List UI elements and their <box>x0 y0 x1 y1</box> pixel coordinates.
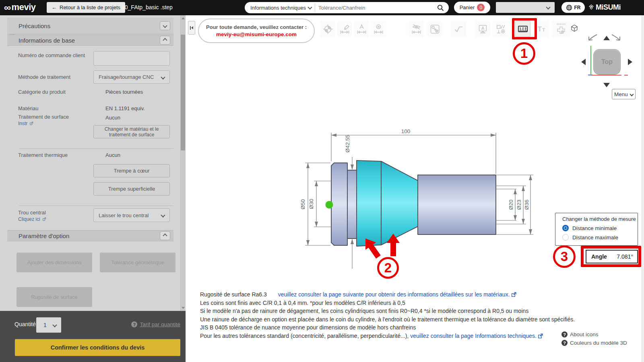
radio-selected-icon[interactable] <box>562 225 569 231</box>
heat-treatment-value: Aucun <box>105 152 120 158</box>
center-hole-label: Trou central <box>18 210 46 216</box>
six-views-tool-button[interactable]: 6VIEWS <box>552 21 570 37</box>
top-bar: ∞meviy ← Retour à la liste de projets 10… <box>0 0 644 15</box>
contact-email[interactable]: meviy-eu@misumi-europe.com <box>216 31 297 37</box>
geometric-tolerance-button[interactable]: Tolérance géométrique <box>100 253 175 272</box>
collapse-toggle-button[interactable] <box>160 21 170 30</box>
chevron-down-icon <box>163 23 167 28</box>
cart-count-badge: 0 <box>477 4 485 11</box>
radio-distance-min[interactable]: Distance minimale <box>562 225 638 231</box>
search-icon[interactable] <box>437 4 444 11</box>
external-link-icon <box>538 333 543 339</box>
svg-text:T: T <box>537 25 542 33</box>
measure-method-panel: Changer la méthode de mesure Distance mi… <box>555 213 638 246</box>
cylinder-face[interactable] <box>418 175 496 234</box>
meviy-logo-icon: ∞ <box>4 2 11 13</box>
search-input[interactable] <box>315 5 437 11</box>
rotate-left-arrow[interactable] <box>586 33 599 43</box>
section-title: Informations de base <box>19 37 75 44</box>
core-hardening-button[interactable]: Trempe à cœur <box>93 164 170 177</box>
rotate-right-button[interactable] <box>628 59 632 65</box>
help-links: ? About icons ? Couleurs du modèle 3D <box>561 331 627 348</box>
x-axis-tick <box>624 75 628 76</box>
project-dropdown[interactable] <box>496 2 555 13</box>
radio-distance-max[interactable]: Distance maximale <box>562 234 638 241</box>
price-by-quantity-link[interactable]: ? Tarif par quantité <box>131 321 180 327</box>
annotation-tool-button[interactable]: A <box>475 21 490 37</box>
app-window: ∞meviy ← Retour à la liste de projets 10… <box>0 0 644 362</box>
section-precautions[interactable]: Précautions <box>7 18 173 34</box>
confirm-quote-button[interactable]: Confirmer les conditions du devis <box>15 339 180 356</box>
rotate-up-button[interactable] <box>603 36 610 40</box>
svg-text:A: A <box>481 25 484 30</box>
language-button[interactable]: FR <box>561 2 585 13</box>
scroll-up-icon[interactable] <box>182 17 185 19</box>
collapse-toggle-button[interactable] <box>160 36 170 45</box>
radio-unselected-icon[interactable] <box>562 234 569 241</box>
processing-method-label: Méthode de traitement <box>18 74 70 80</box>
materials-info-link[interactable]: veuillez consulter la page suivante pour… <box>278 291 516 298</box>
scroll-down-icon[interactable] <box>182 307 185 309</box>
collapse-toggle-button[interactable] <box>160 231 170 240</box>
delete-dimension-tool-button[interactable] <box>371 21 386 37</box>
viewcube-top-face[interactable]: Top <box>593 49 621 75</box>
view-menu-button[interactable]: Menu <box>612 89 636 99</box>
section-basic-info[interactable]: Informations de base <box>7 35 173 46</box>
datum-target-tool-button[interactable] <box>320 21 335 37</box>
geometric-tolerance-tool-button[interactable] <box>493 21 508 37</box>
measure-tool-button[interactable]: 1 2 3 <box>515 21 530 37</box>
chevron-down-icon <box>546 5 550 9</box>
model-colors-link[interactable]: ? Couleurs du modèle 3D <box>561 340 627 346</box>
rotate-down-button[interactable] <box>603 83 610 87</box>
annotation-step-1: 1 <box>513 42 535 65</box>
main-scrollbar[interactable] <box>642 15 644 362</box>
main-collapse-handle[interactable] <box>188 21 195 35</box>
angle-value: 7.081° <box>617 253 633 260</box>
dim-bore-left: Ø30 <box>308 199 314 209</box>
sidebar-scrollbar-thumb[interactable] <box>181 35 185 150</box>
quantity-select[interactable]: 1 <box>36 317 61 333</box>
cart-button[interactable]: Panier 0 <box>454 2 490 13</box>
svg-text:T: T <box>542 27 545 32</box>
add-dimensions-button[interactable]: Ajouter des dimensions <box>17 253 92 272</box>
surface-hardening-button[interactable]: Trempe superficielle <box>93 182 170 195</box>
quantity-label: Quantité <box>14 321 36 327</box>
about-icons-link[interactable]: ? About icons <box>561 331 627 337</box>
hole-pattern-tool-button[interactable] <box>427 21 442 37</box>
back-to-projects-button[interactable]: ← Retour à la liste de projets <box>47 2 125 13</box>
instr-link[interactable]: Instr <box>18 121 33 126</box>
center-hole-select[interactable]: Laisser le trou central <box>93 208 170 222</box>
hide-dimension-tool-button[interactable] <box>409 21 424 37</box>
center-hole-help-link[interactable]: Cliquez ici <box>18 216 46 222</box>
meviy-logo[interactable]: ∞meviy <box>4 2 36 13</box>
y-axis-line <box>590 46 591 75</box>
x-axis-line <box>592 75 621 76</box>
surface-treatment-value: Aucun <box>105 115 120 121</box>
processing-method-select[interactable]: Fraisage/tournage CNC <box>93 70 170 84</box>
flange-face[interactable] <box>331 163 347 245</box>
globe-icon <box>566 4 572 11</box>
change-material-button[interactable]: Changer le matériau et le traitement de … <box>93 125 170 138</box>
contact-banner: Pour toute demande, veuillez contacter :… <box>198 19 315 43</box>
chevron-up-icon <box>163 233 167 238</box>
rotate-left-button[interactable] <box>581 59 586 65</box>
search-bar: Informations techniques <box>245 2 449 13</box>
search-category-dropdown[interactable]: Informations techniques <box>245 5 315 11</box>
surface-roughness-button[interactable]: Rugosité de surface <box>17 287 92 307</box>
order-number-input[interactable] <box>93 51 170 66</box>
contact-text: Pour toute demande, veuillez contacter : <box>206 24 307 30</box>
back-arrow-icon: ← <box>52 4 57 10</box>
text-size-tool-button[interactable]: TT <box>534 21 549 37</box>
left-panel: Précautions Informations de base Numéro … <box>0 15 186 362</box>
cube-icon[interactable] <box>570 24 578 32</box>
cad-drawing[interactable]: 100 Ø42.55 Ø50 Ø30 Ø20 Ø23 Ø36 <box>282 121 547 274</box>
rotate-right-arrow[interactable] <box>609 33 623 43</box>
technical-info-link[interactable]: veuillez consulter la page Informations … <box>410 333 543 339</box>
triangle-left-icon <box>191 26 193 29</box>
text-dimension-tool-button[interactable] <box>354 21 369 37</box>
edit-dimension-tool-button[interactable] <box>337 21 352 37</box>
dim-bore36: Ø36 <box>524 200 530 210</box>
section-option-params[interactable]: Paramètre d'option <box>7 230 173 241</box>
misumi-mark-icon <box>588 4 594 11</box>
surface-check-tool-button[interactable] <box>451 21 466 37</box>
